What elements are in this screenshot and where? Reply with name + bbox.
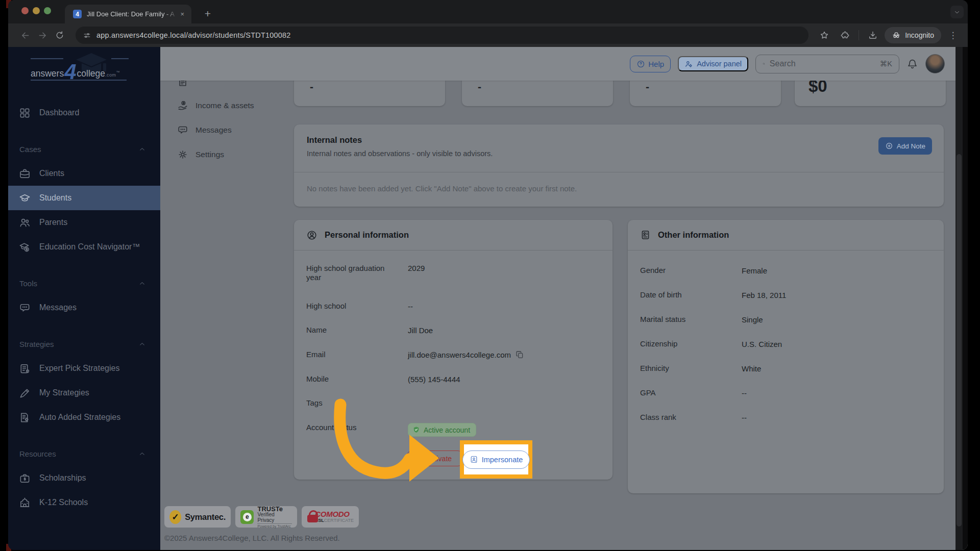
document-gear-icon: [19, 412, 31, 423]
stat-value: -: [646, 81, 649, 93]
sidebar-item-students[interactable]: Students: [8, 186, 160, 210]
incognito-label: Incognito: [905, 31, 934, 39]
logo-word2: college: [77, 68, 105, 79]
sidebar-item-parents[interactable]: Parents: [8, 210, 160, 235]
incognito-spy-icon: [892, 31, 901, 40]
field-value: --: [742, 388, 747, 397]
downloads-button[interactable]: [864, 27, 881, 44]
sidebar-item-expert-pick-strategies[interactable]: Expert Pick Strategies: [8, 356, 160, 381]
subnav-item-income-assets[interactable]: Income & assets: [177, 99, 254, 112]
bell-icon: [906, 58, 918, 70]
comodo-badge[interactable]: COMODO SSLCERTIFICATE: [302, 506, 359, 528]
field-value: --: [408, 302, 413, 311]
sidebar-section-tools[interactable]: Tools: [8, 271, 160, 295]
person-circle-icon: [306, 230, 317, 241]
window-minimize-button[interactable]: [33, 7, 40, 14]
search-shortcut: ⌘K: [880, 60, 892, 68]
sidebar-item-dashboard[interactable]: Dashboard: [8, 101, 160, 125]
chat-bubble-icon: [19, 302, 31, 314]
url-bar[interactable]: app.answers4college.local/advisor/studen…: [76, 27, 808, 44]
internal-notes-card: Internal notes Internal notes and observ…: [294, 124, 944, 207]
advisor-panel-button[interactable]: Advisor panel: [678, 56, 748, 71]
notes-empty-message: No notes have been added yet. Click "Add…: [307, 184, 577, 193]
site-settings-icon[interactable]: [83, 31, 91, 40]
internal-notes-subtitle: Internal notes and observations - only v…: [307, 149, 493, 158]
truste-badge[interactable]: e TRUSTe Verified Privacy Powered by Tru…: [235, 506, 297, 528]
notifications-button[interactable]: [906, 58, 918, 70]
sidebar-section-strategies[interactable]: Strategies: [8, 332, 160, 356]
browser-tab[interactable]: 4 Jill Doe Client: Doe Family - A ×: [65, 5, 191, 23]
tab-close-button[interactable]: ×: [178, 9, 186, 19]
cap-dollar-icon: [19, 241, 31, 253]
sidebar-item-auto-added-strategies[interactable]: Auto Added Strategies: [8, 405, 160, 430]
field-value: (555) 145-4444: [408, 374, 460, 384]
help-button[interactable]: Help: [630, 56, 671, 72]
url-text: app.answers4college.local/advisor/studen…: [96, 31, 291, 39]
field-label: Class rank: [640, 413, 742, 422]
field-label: Name: [306, 325, 408, 335]
stat-value: -: [478, 81, 481, 93]
subnav-item-settings[interactable]: Settings: [177, 148, 224, 161]
copyright-text: ©2025 Answers4College, LLC. All Rights R…: [164, 534, 340, 542]
sidebar-section-cases[interactable]: Cases: [8, 137, 160, 161]
shield-check-icon: [412, 426, 420, 434]
window-zoom-button[interactable]: [44, 7, 51, 14]
window-close-button[interactable]: [21, 7, 29, 14]
user-avatar[interactable]: [925, 54, 945, 73]
truste-icon: e: [240, 510, 254, 524]
extensions-button[interactable]: [836, 27, 853, 44]
field-value: Single: [742, 315, 763, 324]
briefcase-dollar-icon: [19, 472, 31, 484]
tab-overflow-button[interactable]: [950, 6, 964, 18]
browser-window: 4 Jill Doe Client: Doe Family - A × + ap…: [8, 0, 968, 550]
sidebar-item-k12-schools[interactable]: K-12 Schools: [8, 490, 160, 515]
browser-menu-button[interactable]: ⋮: [944, 27, 962, 44]
copy-icon[interactable]: [515, 350, 524, 359]
back-arrow-icon: [20, 30, 31, 41]
sidebar-item-scholarships[interactable]: Scholarships: [8, 466, 160, 490]
symantec-badge[interactable]: ✓ Symantec.: [164, 506, 231, 528]
id-document-icon: [640, 230, 651, 240]
logo-word1: answers: [31, 68, 64, 79]
search-bar[interactable]: ⌘K: [755, 55, 899, 73]
scrollbar-track[interactable]: [955, 47, 963, 550]
add-note-button[interactable]: Add Note: [878, 137, 932, 155]
field-label: Gender: [640, 266, 742, 275]
browser-toolbar: app.answers4college.local/advisor/studen…: [8, 23, 968, 47]
card-title: Personal information: [325, 230, 409, 240]
back-button[interactable]: [16, 27, 34, 44]
field-label: High school: [306, 302, 408, 311]
sidebar-item-messages[interactable]: Messages: [8, 295, 160, 320]
search-input[interactable]: [770, 59, 875, 68]
logo-tld: .com: [105, 72, 116, 78]
subnav-item-messages[interactable]: Messages: [177, 124, 232, 136]
sidebar-item-clients[interactable]: Clients: [8, 161, 160, 186]
pen-icon: [19, 387, 31, 399]
deactivate-button[interactable]: Deactivate: [407, 450, 463, 466]
internal-notes-title: Internal notes: [307, 135, 362, 145]
sidebar-section-resources[interactable]: Resources: [8, 441, 160, 466]
sidebar-item-my-strategies[interactable]: My Strategies: [8, 381, 160, 405]
chevron-down-icon: [953, 9, 961, 16]
field-value: Jill Doe: [408, 325, 433, 335]
new-tab-button[interactable]: +: [200, 6, 215, 21]
field-value: jill.doe@answers4college.com: [408, 350, 511, 359]
gear-icon: [177, 149, 188, 160]
app-header: Help Advisor panel ⌘K: [160, 47, 968, 81]
briefcase-icon: [19, 168, 31, 180]
logo-line: [31, 80, 127, 81]
sidebar-item-education-cost-navigator[interactable]: Education Cost Navigator™: [8, 235, 160, 259]
scrollbar-thumb[interactable]: [957, 154, 962, 527]
impersonate-button[interactable]: Impersonate: [462, 450, 530, 469]
card-title: Other information: [658, 230, 729, 240]
reload-button[interactable]: [51, 27, 68, 44]
tab-strip: 4 Jill Doe Client: Doe Family - A × +: [8, 0, 968, 23]
search-icon: [763, 59, 765, 68]
bookmark-button[interactable]: [816, 27, 833, 44]
app-logo[interactable]: answers 4 college .com ™: [31, 54, 131, 83]
plus-circle-icon: [885, 142, 893, 150]
reload-icon: [55, 30, 65, 40]
personal-information-card: Personal information High school graduat…: [294, 220, 612, 480]
hand-coin-icon: [177, 100, 188, 111]
forward-button[interactable]: [34, 27, 51, 44]
